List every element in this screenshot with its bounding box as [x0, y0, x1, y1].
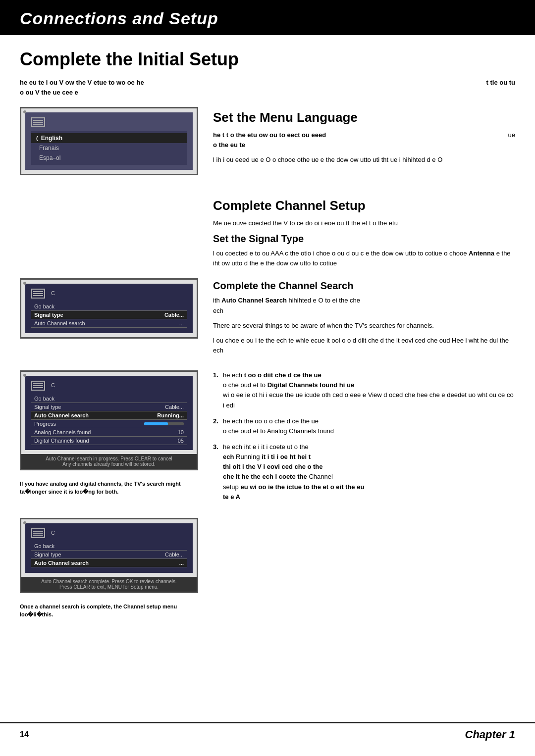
menu-language-body1: he t t o the etu ow ou to eect ou eeed u… [213, 130, 515, 150]
item1-before: he ech [223, 371, 244, 379]
running-row-analog: Analog Channels found 10 [31, 428, 187, 437]
left-col-running: C Go back Signal type Cable... [20, 370, 198, 508]
cs-mid: hihihted e O to ei the che [288, 297, 360, 304]
tv-menu-item-spanish: Espa–ol [31, 153, 187, 163]
cs-end: ech [213, 307, 223, 314]
content-2: he ech the oo o o che d ce the ue o che … [223, 416, 515, 436]
tv-menu-item-french: Franais [31, 143, 187, 153]
complete-row-signal: Signal type Cable... [31, 551, 187, 559]
menu-language-heading: Set the Menu Language [213, 110, 515, 125]
footer-chapter: Chapter 1 [465, 728, 515, 741]
left-col-complete: C Go back Signal type Cable... [20, 518, 198, 619]
item3-before: he ech iht e i it i coete ut o the [223, 443, 309, 451]
item3-bold3: che it he the ech i [223, 473, 277, 480]
menu-language-body2: l ih i ou eeed ue e O o chooe othe ue e … [213, 155, 515, 165]
complete-caption: Once a channel search is complete, the C… [20, 603, 198, 619]
signal-type-value: Cable... [164, 312, 184, 318]
c-label-running: C [48, 381, 58, 390]
intro-text: he eu te i ou V ow the V etue to wo oe h… [20, 78, 515, 97]
signal-body-prefix: l ou coected e to ou AAA c the otio i ch… [213, 250, 467, 257]
tv-screen-language: ( English Franais Espa–ol [20, 107, 198, 175]
signal-menu-rows: Go back Signal type Cable... Auto Channe… [31, 302, 187, 328]
channel-setup-section: Complete Channel Setup Me ue ouve coecte… [20, 195, 515, 273]
item3-bold: it i ti i oe ht hei t [262, 453, 311, 460]
menu-icon-shape-running [31, 381, 45, 391]
signal-type-label: Signal type [34, 312, 63, 318]
right-col-language: Set the Menu Language he t t o the etu o… [213, 107, 515, 185]
tv-menu-icon-running: C [31, 381, 187, 391]
running-note-line1: Auto Channel search in progress. Press C… [24, 456, 194, 461]
item3-running-pre: Running [236, 453, 262, 460]
corner-dot-complete [23, 521, 26, 524]
c-icon-line2 [33, 533, 43, 534]
running-row-auto: Auto Channel search Running... [31, 411, 187, 420]
signal-screen-section: C Go back Signal type Cable... [20, 278, 515, 360]
tv-menu-icon-complete: C [31, 528, 187, 538]
tv-menu-item-english: ( English [31, 133, 187, 143]
list-item-3: 3. he ech iht e i it i coete ut o the ec… [213, 442, 515, 502]
running-row-digital: Digital Channels found 05 [31, 437, 187, 445]
right-col-numbered: 1. he ech t oo o diit che d ce the ue o … [213, 370, 515, 508]
left-col-signal: C Go back Signal type Cable... [20, 278, 198, 360]
tv-menu-icon-signal: C [31, 289, 187, 299]
header-bar: Connections and Setup [0, 0, 535, 35]
running-row-goback: Go back [31, 395, 187, 403]
channel-search-note: There are several things to be aware of … [213, 321, 515, 331]
num-1: 1. [213, 370, 223, 410]
tv-screen-inner-signal: C Go back Signal type Cable... [25, 284, 193, 333]
menu-icon-line3 [33, 124, 43, 125]
auto-label: Auto Channel search [34, 320, 85, 326]
item3-eu: eu wi oo ie the ictue to the et o eit th… [240, 483, 364, 491]
progress-bar-fill [144, 422, 168, 425]
language-english: English [41, 135, 62, 142]
check-mark: ( [36, 135, 38, 141]
intro-line1-right: t tie ou tu [486, 78, 516, 88]
tv-menu-icon-row [31, 117, 187, 127]
running-caption: If you have analog and digital channels,… [20, 480, 198, 496]
menu-icon-shape [31, 117, 45, 127]
page-title: Complete the Initial Setup [20, 49, 515, 70]
cs-prefix: ith [213, 297, 220, 304]
c-label-complete: C [48, 529, 58, 538]
signal-row-auto: Auto Channel search ... [31, 319, 187, 328]
item2-analog-found: Analog Channels found [267, 427, 334, 435]
cs-bold: Auto Channel Search [221, 297, 288, 304]
complete-note-line1: Auto Channel search complete. Press OK t… [24, 579, 194, 584]
icon-line2 [33, 293, 43, 294]
menu-icon-line2 [33, 122, 43, 123]
complete-row-auto: Auto Channel search ... [31, 559, 187, 567]
running-menu-rows: Go back Signal type Cable... Auto Channe… [31, 395, 187, 445]
left-col-language: ( English Franais Espa–ol [20, 107, 198, 185]
tv-screen-complete: C Go back Signal type Cable... [20, 518, 198, 593]
r-icon-line2 [33, 385, 43, 386]
complete-note-line2: Press CLEAR to exit, MENU for Setup menu… [24, 584, 194, 590]
complete-row-goback: Go back [31, 542, 187, 551]
channel-setup-body: Me ue ouve coected the V to ce do oi i e… [213, 218, 515, 228]
auto-value: ... [179, 320, 184, 326]
item1-digital-found: Digital Channels found [268, 381, 339, 389]
main-content: Complete the Initial Setup he eu te i ou… [0, 35, 535, 649]
channel-search-body2: l ou choe e ou i te the ech te whie ecue… [213, 336, 515, 355]
running-section: C Go back Signal type Cable... [20, 370, 515, 508]
body1-text: he t t o the etu ow ou to eect ou eeed [213, 130, 326, 140]
item3-te: te e A [223, 493, 240, 501]
goback-label: Go back [34, 303, 54, 309]
right-col-complete-empty [213, 518, 515, 619]
menu-icon-shape-complete [31, 528, 45, 538]
numbered-list: 1. he ech t oo o diit che d ce the ue o … [213, 370, 515, 502]
r-icon-line1 [33, 383, 43, 384]
c-icon-line1 [33, 531, 43, 532]
signal-type-heading: Set the Signal Type [213, 233, 515, 245]
language-section: ( English Franais Espa–ol [20, 107, 515, 185]
page-container: Connections and Setup Complete the Initi… [0, 0, 535, 756]
item3-ech: ech [223, 453, 234, 460]
left-col-channel [20, 195, 198, 273]
num-3: 3. [213, 442, 223, 502]
tv-screen-signal: C Go back Signal type Cable... [20, 278, 198, 339]
icon-line3 [33, 295, 43, 296]
menu-icon-line1 [33, 120, 43, 121]
item1-rest: wi o ee ie ot hi i ecue the ue icude oth… [223, 391, 514, 408]
item3-setup: setup [223, 483, 239, 491]
intro-line1: he eu te i ou V ow the V etue to wo oe h… [20, 78, 144, 88]
tv-screen-inner-complete: C Go back Signal type Cable... [25, 523, 193, 573]
